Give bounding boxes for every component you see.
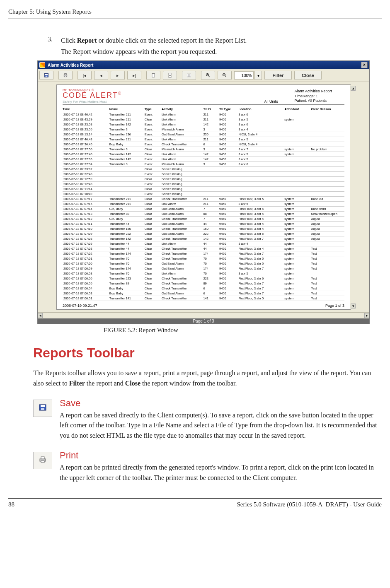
- table-cell: Boy, Baby: [109, 291, 144, 296]
- table-cell: Server Missing: [161, 177, 202, 182]
- table-cell: 9450: [218, 202, 237, 207]
- table-cell: Transmitter 211: [109, 137, 144, 142]
- table-column-header: Type: [144, 106, 161, 112]
- table-cell: 2006-07-18 07:23:02: [63, 167, 109, 172]
- table-cell: 2006-07-18 07:06:58: [63, 271, 109, 276]
- toolbar-zoom-field[interactable]: 100%: [234, 71, 254, 80]
- table-cell: Out Band Alarm: [161, 291, 202, 296]
- scroll-up-icon[interactable]: ▴: [351, 86, 356, 91]
- window-close-button[interactable]: ×: [361, 62, 368, 68]
- last-page-icon: ▸|: [133, 73, 136, 78]
- scroll-right-icon[interactable]: ▸: [364, 313, 369, 318]
- table-cell: 2006-07-18 07:07:12: [63, 217, 109, 222]
- window-icon: [39, 62, 45, 68]
- table-cell: Adjust: [310, 227, 344, 231]
- table-cell: 2006-07-18 07:07:14: [63, 207, 109, 212]
- table-cell: Check Transmitter: [161, 217, 202, 222]
- table-cell: Adjust: [310, 231, 344, 236]
- table-cell: Mismatch Alarm: [161, 162, 202, 167]
- table-cell: 2006-07-18 08:43:29: [63, 117, 109, 122]
- toolbar-single-page-button[interactable]: [146, 71, 160, 80]
- table-cell: system: [283, 276, 310, 281]
- table-cell: Clear: [144, 261, 161, 266]
- table-cell: First Floor, 3 abr 6: [237, 276, 283, 281]
- table-cell: 6: [202, 291, 218, 296]
- toolbar-zoom-dropdown[interactable]: ▾: [254, 71, 262, 80]
- table-cell: [202, 182, 218, 187]
- table-cell: 9450: [218, 137, 237, 142]
- table-cell: 3 abr 4: [237, 241, 283, 246]
- table-cell: 9450: [218, 207, 237, 212]
- all-units: All Units: [122, 99, 278, 104]
- table-cell: Transmitter 44: [109, 222, 144, 227]
- toolbar-zoom-out-button[interactable]: [218, 71, 232, 80]
- table-cell: Transmitter 3: [109, 127, 144, 132]
- scroll-left-icon[interactable]: ◂: [38, 313, 43, 318]
- table-cell: 211: [202, 112, 218, 117]
- svg-rect-23: [41, 461, 44, 463]
- table-cell: system: [283, 261, 310, 266]
- toolbar-next-page-button[interactable]: ▸: [111, 71, 125, 80]
- table-cell: [283, 122, 310, 127]
- toolbar-close-button[interactable]: Close: [294, 71, 322, 80]
- table-cell: Server Missing: [161, 172, 202, 177]
- toolbar-print-button[interactable]: [58, 71, 73, 80]
- table-cell: Server Missing: [161, 192, 202, 197]
- table-cell: [310, 177, 344, 182]
- table-cell: 9450: [218, 231, 237, 236]
- table-cell: Transmitter 211: [109, 197, 144, 202]
- toolbar-facing-page-button[interactable]: [182, 71, 196, 80]
- table-cell: [310, 162, 344, 167]
- vertical-scrollbar[interactable]: ▴ ▾: [350, 85, 356, 309]
- table-cell: [310, 127, 344, 132]
- table-cell: system: [283, 152, 310, 157]
- chevron-down-icon: ▾: [257, 73, 259, 78]
- table-column-header: Tx ID: [202, 106, 218, 112]
- table-cell: 2006-07-18 07:12:59: [63, 177, 109, 182]
- table-cell: [109, 182, 144, 187]
- table-cell: 9450: [218, 241, 237, 246]
- table-cell: Clear: [144, 286, 161, 291]
- toolbar-first-page-button[interactable]: |◂: [78, 71, 92, 80]
- table-cell: [109, 167, 144, 172]
- top-rule: [8, 19, 382, 19]
- table-cell: Check Transmitter: [161, 197, 202, 202]
- table-cell: Link Alarm: [161, 202, 202, 207]
- table-cell: system: [283, 231, 310, 236]
- toolbar-zoom-in-button[interactable]: [201, 71, 215, 80]
- table-row: 2006-07-18 07:07:12Girl, BabyClearCheck …: [63, 217, 344, 222]
- horizontal-scrollbar[interactable]: ◂ ▸: [38, 312, 369, 318]
- table-cell: 2006-07-18 07:07:08: [63, 236, 109, 241]
- table-cell: 9450: [218, 122, 237, 127]
- table-cell: [283, 177, 310, 182]
- table-cell: Unauthorized open: [310, 212, 344, 217]
- print-icon: [39, 456, 47, 465]
- table-cell: 2006-07-18 07:07:13: [63, 212, 109, 217]
- table-cell: Test: [310, 246, 344, 251]
- report-timestamp: 2006-07-19 09:21:47: [63, 304, 97, 308]
- svg-rect-8: [169, 76, 171, 78]
- table-cell: [218, 167, 237, 172]
- save-icon: [39, 404, 47, 413]
- table-cell: 9450: [218, 112, 237, 117]
- table-column-header: Name: [109, 106, 144, 112]
- table-cell: 9450: [218, 152, 237, 157]
- window-title: Alarm Activities Report: [48, 63, 93, 67]
- table-cell: Check Transmitter: [161, 246, 202, 251]
- table-row: 2006-07-18 07:10:49EventServer Missing: [63, 192, 344, 197]
- table-row: 2006-07-18 07:07:13Transmitter 88ClearOu…: [63, 212, 344, 217]
- scroll-down-icon[interactable]: ▾: [351, 304, 356, 308]
- table-cell: [202, 187, 218, 192]
- table-cell: First Floor, 3 abr 7: [237, 251, 283, 256]
- table-column-header: Attendant: [283, 106, 310, 112]
- table-cell: [310, 117, 344, 122]
- toolbar-continuous-page-button[interactable]: [163, 71, 177, 80]
- table-cell: system: [283, 291, 310, 296]
- toolbar-prev-page-button[interactable]: ◂: [94, 71, 108, 80]
- table-cell: First Floor, 3 abr 4: [237, 217, 283, 222]
- table-cell: Transmitter 89: [109, 281, 144, 286]
- toolbar-last-page-button[interactable]: ▸|: [127, 71, 141, 80]
- table-cell: Transmitter 142: [109, 152, 144, 157]
- toolbar-save-button[interactable]: [39, 71, 53, 80]
- toolbar-filter-button[interactable]: Filter: [264, 71, 292, 80]
